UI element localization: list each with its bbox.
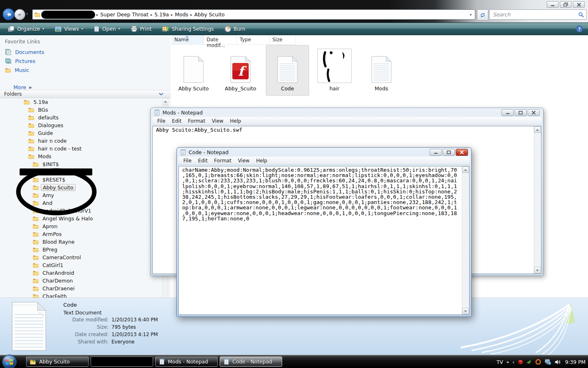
address-dropdown-caret[interactable]: ▾ [468, 13, 473, 17]
code-notepad-titlebar[interactable]: Code - Notepad [177, 148, 471, 157]
search-icon[interactable] [578, 12, 584, 18]
column-header-size[interactable]: Size [270, 35, 296, 44]
help-button[interactable]: ? [576, 25, 583, 33]
menu-edit[interactable]: Edit [169, 117, 185, 125]
tree-item-guide[interactable]: Guide [0, 129, 162, 137]
tree-item-defaults[interactable]: defaults [0, 114, 162, 121]
tree-item-init[interactable]: $INIT$ [0, 160, 162, 168]
tree-item-hair-n-code-test[interactable]: hair n code - test [0, 145, 162, 153]
toolbar-print[interactable]: Print [127, 24, 156, 34]
tree-item-redacted[interactable] [0, 168, 162, 176]
menu-file[interactable]: File [154, 117, 169, 125]
tree-item-5-19a[interactable]: 5.19a [0, 98, 162, 106]
task-button-code-notepad[interactable]: Code - Notepad [220, 357, 282, 367]
maximize-button[interactable] [514, 109, 527, 116]
scroll-down-button[interactable] [534, 267, 541, 274]
tree-item-blood-rayne[interactable]: Blood Rayne [0, 238, 162, 246]
clock[interactable]: 9:39 PM [565, 359, 586, 365]
favorite-link-music[interactable]: Music [5, 65, 127, 74]
tree-item-mods[interactable]: Mods [0, 153, 162, 160]
tree-item-abby-scuito[interactable]: Abby Scuito [0, 184, 162, 191]
menu-help[interactable]: Help [227, 117, 244, 125]
refresh-button[interactable] [477, 9, 488, 20]
network-icon[interactable] [544, 359, 551, 365]
mods-notepad-titlebar[interactable]: Mods - Notepad [151, 108, 543, 117]
expand-tray-chevron[interactable]: » [506, 360, 509, 364]
tv-output-label[interactable]: TV [497, 359, 503, 365]
file-abby-scuito[interactable]: fAbby_Scuito [219, 45, 262, 96]
scroll-up-button[interactable] [462, 166, 469, 173]
tree-item-bpreg[interactable]: BPreg [0, 246, 162, 254]
menu-format[interactable]: Format [185, 117, 208, 125]
toolbar-open[interactable]: Open▾ [90, 24, 123, 34]
task-button-mods-notepad[interactable]: Mods - Notepad [155, 357, 218, 367]
code-notepad-window[interactable]: Code - Notepad FileEditFormatViewHelp ch… [176, 147, 472, 317]
tree-item-hair-n-code[interactable]: hair n code [0, 137, 162, 145]
toolbar-burn[interactable]: Burn [221, 24, 249, 34]
scroll-up-button[interactable] [163, 99, 168, 105]
breadcrumb-item-mods[interactable]: Mods [173, 11, 190, 18]
breadcrumb-item-5-19a[interactable]: 5.19a [153, 11, 171, 18]
tree-item-chardemon[interactable]: CharDemon [0, 277, 162, 285]
scroll-down-button[interactable] [462, 308, 469, 314]
green-wing-tray-icon[interactable] [526, 359, 532, 364]
back-button[interactable] [2, 8, 15, 20]
file-hair[interactable]: hair [313, 45, 356, 96]
menu-format[interactable]: Format [211, 157, 234, 164]
menu-file[interactable]: File [180, 157, 195, 164]
breadcrumb-item-abby-scuito[interactable]: Abby Scuito [193, 11, 227, 18]
vertical-scrollbar[interactable] [534, 126, 541, 274]
task-button-redacted[interactable] [91, 357, 153, 367]
document-text[interactable]: charName:Abby;mood:Normal;bodyScale:0.96… [179, 166, 462, 314]
more-links[interactable]: More» [13, 84, 32, 90]
minimize-button[interactable] [547, 1, 559, 8]
favorite-link-pictures[interactable]: Pictures [5, 56, 127, 65]
maximize-button[interactable] [443, 149, 455, 156]
tree-item-androidbehaviorv1[interactable]: androidBehaviorV1 [0, 207, 162, 215]
close-button[interactable] [573, 1, 585, 8]
breadcrumb-item-super-deep-throat[interactable]: Super Deep Throat [99, 11, 150, 18]
red-cube-tray-icon[interactable] [518, 359, 523, 365]
task-button-abby-scuito[interactable]: Abby Scuito [26, 357, 89, 367]
tree-item-apron[interactable]: Apron [0, 222, 162, 230]
close-button[interactable] [528, 109, 540, 116]
menu-edit[interactable]: Edit [195, 157, 211, 164]
column-header-date-modif[interactable]: Date modif... [204, 35, 237, 44]
scroll-up-button[interactable] [534, 126, 541, 133]
menu-help[interactable]: Help [253, 157, 270, 164]
tree-item-bgs[interactable]: BGs [0, 106, 162, 114]
file-code[interactable]: Code [266, 45, 309, 96]
favorite-link-documents[interactable]: Documents [5, 47, 127, 56]
tree-item-amy[interactable]: Amy [0, 191, 162, 199]
tree-item-armpos[interactable]: ArmPos [0, 230, 162, 238]
folders-band[interactable]: Folders [0, 90, 171, 98]
tree-item-dialogues[interactable]: Dialogues [0, 121, 162, 129]
search-input[interactable] [492, 11, 578, 18]
vertical-scrollbar[interactable] [462, 166, 469, 314]
file-abby-scuito[interactable]: Abby Scuito [172, 45, 215, 96]
minimize-button[interactable] [430, 149, 442, 156]
minimize-button[interactable] [501, 109, 514, 116]
tree-item-catgirl1[interactable]: CatGirl1 [0, 261, 162, 269]
menu-view[interactable]: View [209, 117, 227, 125]
tree-item-cameracontrol[interactable]: CameraControl [0, 254, 162, 261]
address-bar[interactable]: ▸Super Deep Throat▸5.19a▸Mods▸Abby Scuit… [32, 9, 475, 20]
toolbar-sharing-settings[interactable]: Sharing Settings [158, 24, 217, 34]
tree-item-charfaith[interactable]: CharFaith [0, 292, 162, 298]
tree-item-chardraenei[interactable]: CharDraenei [0, 285, 162, 292]
collapse-arrow[interactable]: ‹ [512, 359, 514, 365]
tree-item-reset[interactable]: $RESET$ [0, 176, 162, 184]
tree-item-and[interactable]: And [0, 199, 162, 207]
column-header-type[interactable]: Type [237, 35, 270, 44]
close-button[interactable] [456, 149, 468, 156]
start-button[interactable] [2, 354, 17, 368]
volume-icon[interactable] [555, 359, 561, 365]
recent-pages-dropdown[interactable]: ▾ [26, 12, 28, 16]
tree-item-charandroid[interactable]: CharAndroid [0, 269, 162, 277]
column-header-name[interactable]: Name [172, 35, 204, 44]
text-editor-area[interactable]: charName:Abby;mood:Normal;bodyScale:0.96… [178, 166, 470, 315]
toolbar-views[interactable]: Views▾ [51, 24, 87, 34]
toolbar-organize[interactable]: Organize▾ [4, 24, 48, 34]
maximize-button[interactable] [560, 1, 572, 8]
forward-button[interactable] [14, 9, 25, 20]
